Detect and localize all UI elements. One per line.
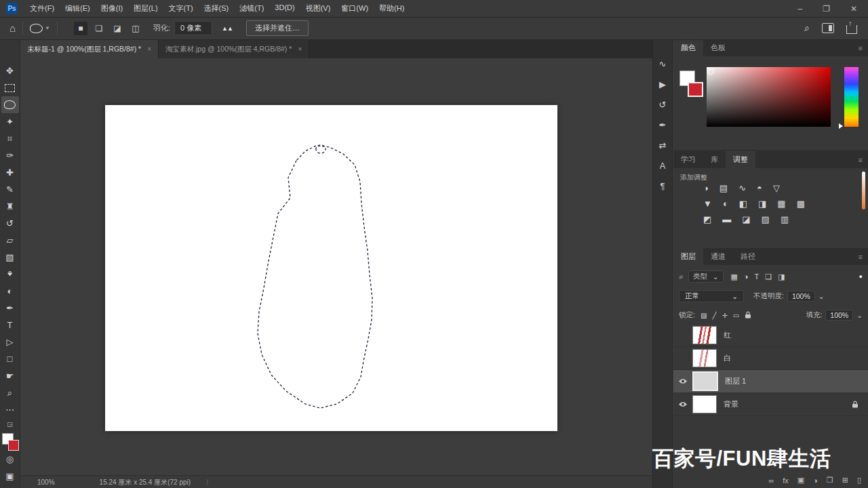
filter-kind-icon[interactable]: ◨ [778,272,785,281]
anti-alias-icon[interactable]: ▲▲ [222,25,233,32]
opacity-value[interactable]: 100% [787,291,815,302]
scrollbar[interactable] [862,171,865,209]
new-adjustment-icon[interactable]: ◑ [813,476,818,485]
lock-kind-icon[interactable]: ╱ [712,312,716,319]
layer-row-2[interactable]: 白 [673,347,868,370]
layer-row-4[interactable]: 背景 [673,393,868,416]
share-icon[interactable] [846,25,857,34]
chevron-down-icon[interactable]: ▼ [45,25,50,31]
history-icon[interactable]: ↺ [659,100,667,109]
zoom-tool[interactable]: ⌕ [1,384,19,401]
crop-tool[interactable]: ⌗ [1,130,19,147]
menu-item-3[interactable]: 图像(I) [96,3,128,14]
menu-item-2[interactable]: 编辑(E) [60,3,96,14]
adjustment-通道混合器[interactable]: ▦ [777,199,785,208]
filter-kind-icon[interactable]: ❏ [765,272,772,281]
fill-value[interactable]: 100% [825,310,853,321]
adjustment-色彩平衡[interactable]: ◐ [723,199,728,208]
tab-通道[interactable]: 通道 [703,248,733,265]
background-color-swatch[interactable] [688,82,703,97]
layer-row-3[interactable]: 图层 1 [673,370,868,393]
adjustment-可选颜色[interactable]: ▥ [781,215,789,224]
workspace-icon[interactable] [822,23,834,33]
quick-mask-button[interactable]: ◎ [1,451,19,468]
layer-thumbnail[interactable] [692,349,717,367]
status-expander-icon[interactable]: 〉 [205,478,212,487]
document-tab-1[interactable]: 未标题-1 @ 100%(图层 1,RGB/8#) *× [20,40,159,58]
layer-row-1[interactable]: 红 [673,324,868,347]
document-tab-2[interactable]: 淘宝素材.jpg @ 100%(图层 4,RGB/8#) *× [159,40,309,58]
adjustment-色相/饱和度[interactable]: ▼ [703,199,712,208]
panel-menu-icon[interactable]: ≡ [853,151,868,168]
adjustment-曲线[interactable]: ∿ [738,184,746,192]
lock-kind-icon[interactable]: ▨ [701,312,707,319]
layer-thumbnail[interactable] [692,395,717,413]
adjustment-颜色查找[interactable]: ▩ [797,199,805,208]
new-layer-icon[interactable]: ⊞ [842,476,848,485]
timeline-icon[interactable]: ⇄ [659,141,667,150]
menu-item-1[interactable]: 文件(F) [24,3,60,14]
dodge-tool[interactable]: ◐ [1,283,19,300]
shape-tool[interactable]: □ [1,350,19,367]
panel-menu-icon[interactable]: ≡ [853,39,868,56]
adjustment-色调分离[interactable]: ▬ [722,215,731,224]
lock-kind-icon[interactable]: ✛ [722,312,727,319]
layer-thumbnail[interactable] [692,326,717,344]
adjustment-亮度/对比度[interactable]: ◑ [703,184,709,192]
adjustment-反相[interactable]: ◩ [703,215,711,224]
menu-item-7[interactable]: 滤镜(T) [234,3,269,14]
quick-select-tool[interactable]: ✦ [1,113,19,130]
actions-play-icon[interactable]: ▶ [659,80,666,89]
home-icon[interactable]: ⌂ [9,22,16,34]
menu-item-8[interactable]: 3D(D) [269,3,300,14]
adjustment-色阶[interactable]: ▤ [719,184,728,192]
path-select-tool[interactable]: ▷ [1,333,19,350]
add-to-selection-icon[interactable]: ❏ [92,22,106,35]
hue-slider-marker[interactable] [839,123,843,129]
adjustment-渐变映射[interactable]: ▨ [762,215,770,224]
adjustment-阈值[interactable]: ◪ [742,215,750,224]
tab-库[interactable]: 库 [703,151,726,168]
adjustment-自然饱和度[interactable]: ▽ [773,184,780,192]
search-icon[interactable]: ⌕ [804,22,810,34]
blend-mode-dropdown[interactable]: 正常 ⌄ [679,290,744,302]
color-saturation-field[interactable] [707,67,831,127]
select-and-mask-button[interactable]: 选择并遮住… [246,20,309,36]
brush-settings-icon[interactable]: ∿ [659,60,667,68]
adjustment-黑白[interactable]: ◧ [739,199,747,208]
filter-toggle-icon[interactable]: ● [859,273,863,280]
more-tools-tool[interactable]: ⋯ [1,401,19,418]
move-tool[interactable]: ✥ [1,62,19,79]
chevron-down-icon[interactable]: ⌄ [856,311,863,319]
foreground-background-swatches[interactable] [679,70,703,96]
brush-tool[interactable]: ✎ [1,181,19,198]
filter-kind-icon[interactable]: ◑ [744,272,749,281]
marquee-tool[interactable] [1,79,19,96]
tab-close-icon[interactable]: × [147,45,151,53]
pen-tool[interactable]: ✒ [1,300,19,317]
tab-颜色[interactable]: 颜色 [673,39,703,56]
feather-input[interactable]: 0 像素 [174,21,212,35]
new-selection-icon[interactable]: ■ [74,22,87,35]
tab-色板[interactable]: 色板 [703,39,733,56]
tab-图层[interactable]: 图层 [673,248,703,265]
menu-item-4[interactable]: 图层(L) [128,3,163,14]
menu-item-6[interactable]: 选择(S) [199,3,235,14]
hue-slider[interactable] [844,67,859,127]
gradient-tool[interactable]: ▧ [1,249,19,266]
zoom-level-field[interactable]: 100% [37,479,55,486]
type-tool[interactable]: T [1,317,19,333]
tab-路径[interactable]: 路径 [733,248,763,265]
minimize-icon[interactable]: – [797,4,802,14]
history-brush-tool[interactable]: ↺ [1,215,19,232]
color-swatches[interactable] [1,433,19,451]
layer-effects-icon[interactable]: fx [783,476,789,485]
menu-item-10[interactable]: 窗口(W) [336,3,374,14]
screen-mode-button[interactable]: ▣ [1,468,19,485]
subtract-from-selection-icon[interactable]: ◪ [111,22,124,35]
layer-thumbnail[interactable] [692,371,718,391]
default-swatch-icon[interactable]: ◲ [7,421,13,428]
filter-type-dropdown[interactable]: 类型 ⌄ [688,270,724,283]
tab-学习[interactable]: 学习 [673,151,703,168]
chevron-down-icon[interactable]: ⌄ [818,292,825,300]
